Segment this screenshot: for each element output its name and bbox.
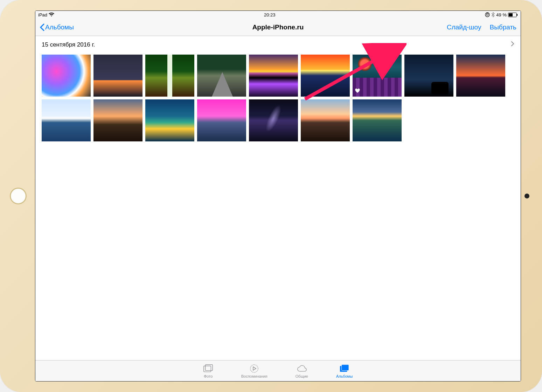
photo-thumbnail[interactable] [145, 99, 194, 141]
photo-thumbnail[interactable] [93, 55, 143, 97]
cloud-icon [297, 364, 307, 373]
section-detail-button[interactable] [511, 41, 514, 48]
tab-albums[interactable]: Альбомы [336, 364, 353, 378]
home-button[interactable] [10, 188, 27, 204]
tab-label: Общие [296, 374, 308, 378]
section-date: 15 сентября 2016 г. [42, 41, 95, 48]
tab-label: Воспоминания [241, 374, 267, 378]
chevron-left-icon [40, 23, 44, 31]
tab-bar: Фото Воспоминания Общие Альбомы [35, 360, 521, 381]
photo-thumbnail[interactable] [404, 55, 453, 97]
tab-label: Фото [204, 374, 213, 378]
battery-pct: 49 % [496, 12, 507, 18]
svg-rect-3 [517, 14, 517, 16]
back-label: Альбомы [45, 23, 74, 31]
battery-icon [508, 13, 518, 17]
status-time: 20:23 [264, 12, 276, 18]
albums-icon [340, 364, 349, 373]
svg-rect-6 [205, 364, 213, 370]
section-header: 15 сентября 2016 г. [42, 41, 514, 48]
photo-thumbnail[interactable] [42, 99, 91, 141]
device-label: iPad [38, 12, 47, 18]
status-bar: iPad 20:23 49 % [35, 11, 521, 19]
photo-grid [42, 55, 514, 141]
svg-rect-2 [509, 13, 513, 16]
photo-thumbnail[interactable] [42, 55, 91, 97]
svg-rect-9 [341, 364, 349, 370]
front-camera [524, 194, 529, 198]
tab-photos[interactable]: Фото [203, 364, 213, 378]
memories-icon [249, 364, 259, 373]
photo-thumbnail[interactable] [456, 55, 505, 97]
tab-label: Альбомы [336, 374, 353, 378]
bluetooth-icon [491, 12, 495, 17]
photo-thumbnail[interactable] [93, 99, 143, 141]
svg-rect-5 [204, 366, 211, 372]
page-title: Apple-iPhone.ru [252, 23, 304, 31]
select-button[interactable]: Выбрать [489, 23, 516, 31]
photo-thumbnail[interactable] [197, 55, 246, 97]
photo-thumbnail[interactable] [353, 55, 402, 97]
photo-thumbnail[interactable] [301, 99, 350, 141]
photo-thumbnail[interactable] [301, 55, 350, 97]
ipad-frame: iPad 20:23 49 % [0, 0, 542, 392]
wifi-icon [49, 13, 54, 17]
chevron-right-icon [511, 41, 514, 47]
photo-thumbnail[interactable] [353, 99, 402, 141]
nav-bar: Альбомы Apple-iPhone.ru Слайд-шоу Выбрат… [35, 19, 521, 36]
album-content: 15 сентября 2016 г. [35, 36, 521, 360]
photo-thumbnail[interactable] [197, 99, 246, 141]
svg-point-0 [485, 13, 489, 17]
photo-thumbnail[interactable] [249, 99, 298, 141]
photo-thumbnail[interactable] [249, 55, 298, 97]
svg-point-7 [250, 365, 258, 372]
slideshow-button[interactable]: Слайд-шоу [447, 23, 481, 31]
tab-memories[interactable]: Воспоминания [241, 364, 267, 378]
photos-icon [203, 364, 213, 373]
back-button[interactable]: Альбомы [40, 23, 74, 31]
tab-shared[interactable]: Общие [296, 364, 308, 378]
screen: iPad 20:23 49 % [35, 10, 521, 382]
heart-icon [355, 88, 360, 94]
orientation-lock-icon [485, 12, 490, 17]
photo-thumbnail[interactable] [145, 55, 194, 97]
